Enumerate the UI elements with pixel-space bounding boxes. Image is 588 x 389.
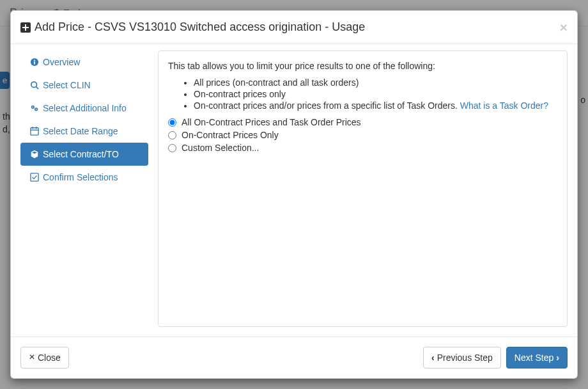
chevron-left-icon: ‹: [431, 351, 435, 364]
modal-body: Overview Select CLIN Select Additional I…: [11, 44, 577, 337]
svg-rect-15: [36, 127, 36, 129]
what-is-task-order-link[interactable]: What is a Task Order?: [460, 100, 548, 111]
sidebar-item-label: Select Date Range: [43, 126, 118, 136]
svg-rect-4: [34, 61, 35, 64]
sidebar-item-date-range: Select Date Range: [20, 120, 148, 143]
calendar-icon: [30, 127, 39, 136]
close-icon: ✕: [29, 352, 35, 363]
svg-line-7: [36, 87, 39, 90]
svg-rect-2: [22, 27, 29, 28]
svg-point-11: [36, 109, 37, 110]
search-icon: [30, 81, 39, 90]
svg-rect-16: [31, 173, 38, 181]
radio-on-contract-only[interactable]: On-Contract Prices Only: [168, 130, 557, 140]
add-price-modal: Add Price - CSVS VS13010 Switched access…: [10, 10, 578, 379]
prev-label: Previous Step: [437, 351, 493, 364]
radio-label: On-Contract Prices Only: [182, 130, 279, 140]
modal-footer: ✕ Close ‹ Previous Step Next Step ›: [11, 337, 577, 378]
bullet-item: On-contract prices and/or prices from a …: [194, 100, 557, 111]
close-button[interactable]: ✕ Close: [20, 347, 69, 369]
check-square-icon: [30, 173, 39, 182]
radio-label: All On-Contract Prices and Task Order Pr…: [182, 117, 361, 127]
modal-header: Add Price - CSVS VS13010 Switched access…: [11, 11, 577, 44]
cogs-icon: [30, 104, 39, 113]
svg-rect-5: [34, 60, 35, 61]
radio-all-prices[interactable]: All On-Contract Prices and Task Order Pr…: [168, 117, 557, 127]
close-label: Close: [38, 351, 61, 364]
plus-square-icon: [20, 22, 31, 33]
next-label: Next Step: [514, 351, 553, 364]
svg-rect-12: [31, 128, 38, 135]
sidebar-item-label: Select Additional Info: [43, 103, 127, 113]
sidebar-item-label: Select Contract/TO: [43, 149, 119, 159]
content-panel: This tab allows you to limit your price …: [158, 51, 568, 327]
radio-input-on-contract[interactable]: [168, 131, 176, 139]
radio-input-all[interactable]: [168, 118, 176, 127]
sidebar-item-label: Overview: [43, 57, 80, 67]
panel-intro: This tab allows you to limit your price …: [168, 61, 557, 71]
sidebar-item-overview: Overview: [20, 51, 148, 74]
sidebar-item-confirm: Confirm Selections: [20, 166, 148, 189]
bullet-item: All prices (on-contract and all task ord…: [194, 77, 557, 88]
sidebar-item-select-clin: Select CLIN: [20, 74, 148, 97]
next-step-button[interactable]: Next Step ›: [506, 347, 568, 369]
panel-bullets: All prices (on-contract and all task ord…: [168, 77, 557, 111]
sidebar-item-contract-to: Select Contract/TO: [20, 143, 148, 166]
bullet-item: On-contract prices only: [194, 89, 557, 99]
cube-icon: [30, 150, 39, 159]
modal-title: Add Price - CSVS VS13010 Switched access…: [20, 20, 560, 34]
chevron-right-icon: ›: [556, 351, 559, 364]
svg-rect-14: [33, 127, 33, 129]
svg-point-6: [31, 82, 37, 88]
modal-close-icon[interactable]: ×: [560, 20, 568, 34]
radio-input-custom[interactable]: [168, 144, 176, 152]
radio-label: Custom Selection...: [182, 143, 259, 153]
previous-step-button[interactable]: ‹ Previous Step: [423, 347, 501, 369]
wizard-sidebar: Overview Select CLIN Select Additional I…: [20, 51, 148, 327]
sidebar-item-label: Confirm Selections: [43, 172, 118, 182]
sidebar-item-additional-info: Select Additional Info: [20, 97, 148, 120]
info-circle-icon: [30, 58, 39, 67]
radio-custom-selection[interactable]: Custom Selection...: [168, 143, 557, 153]
modal-title-text: Add Price - CSVS VS13010 Switched access…: [35, 20, 365, 34]
svg-point-10: [33, 106, 34, 107]
sidebar-item-label: Select CLIN: [43, 80, 91, 90]
